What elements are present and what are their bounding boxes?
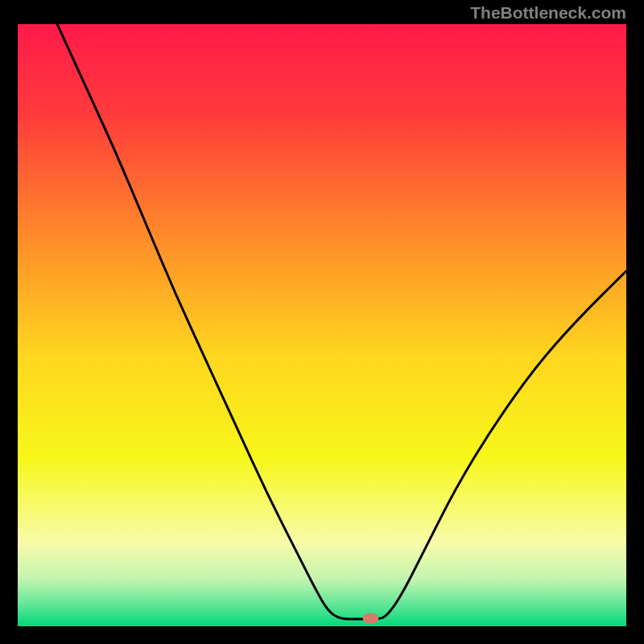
plot-area: [18, 24, 626, 626]
optimal-marker: [363, 613, 379, 624]
chart-container: TheBottleneck.com: [0, 0, 644, 644]
chart-background: [18, 24, 626, 626]
chart-svg: [18, 24, 626, 626]
watermark-text: TheBottleneck.com: [470, 3, 626, 23]
